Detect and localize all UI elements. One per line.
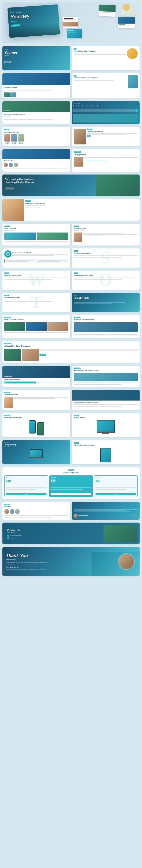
page-wrapper: 01 Your Location Yourney Explore Now (0, 0, 142, 579)
weakness-slide: W SWOT Weakness Analysis Slides (2, 271, 70, 290)
social-tw[interactable] (89, 135, 90, 137)
plan1-btn[interactable]: Choose (6, 493, 47, 495)
slide-row-10: W SWOT Weakness Analysis Slides O SWOT O… (2, 271, 140, 290)
contact-sub: If You Need Us (7, 532, 99, 533)
avatar-2 (9, 163, 13, 167)
slide-row-6: EXPLORE Discovering Destinations Unveili… (2, 175, 140, 196)
client-title: Our Client (4, 506, 68, 507)
slide-row-2: Find Your Location 03 Exploring the Worl… (2, 73, 140, 98)
break-tag: BREAK (74, 294, 138, 296)
team-intro-slide: TEAM Introducing Our Team (2, 127, 70, 146)
port2-img (74, 322, 138, 332)
reveal-title: Revealing Our Travel Service (25, 203, 45, 204)
adventures-slide: Adventures Adventures Across Continents … (2, 101, 70, 124)
subscribe-input[interactable] (73, 109, 134, 112)
pricing-tag: PRICING (68, 469, 74, 471)
tablet-mockup-slide: MOCKUP Tablet Mobile Website Mockup (72, 440, 140, 464)
highlights-img (74, 373, 138, 381)
yourney-slide: TRAVEL Yourney Adventure Awaits You Expl… (2, 46, 70, 70)
slide-row-18: PRICING Our Pricing Plan Basic $10 /mont… (2, 467, 140, 499)
subscribe-title: Subscribe to know the latest news from u… (73, 105, 138, 107)
slide-row-4: TEAM Introducing Our Team (2, 127, 140, 146)
slide2-tag: 02 (74, 48, 77, 50)
port1-title: Portfolio of Global Adventure (4, 319, 68, 321)
phone-mockup-1 (29, 420, 36, 434)
plan3-price: $60 (95, 479, 136, 483)
showcase-title: A Travel Portfolio Showcase (4, 345, 138, 347)
small-slide-2 (118, 17, 135, 28)
port1-img3 (48, 322, 68, 331)
discovering-slide: EXPLORE Discovering Destinations Unveili… (2, 175, 140, 196)
plan2-btn[interactable]: Choose (51, 493, 91, 495)
thank-you-title: Thank You (6, 553, 28, 558)
avatar-3 (14, 163, 18, 167)
subscribe-img (73, 114, 138, 123)
plan3-btn[interactable]: Choose (95, 493, 136, 495)
port1-img1 (4, 322, 25, 331)
slide-row-11: T SWOT Threat Analysis Slides BREAK Brea… (2, 293, 140, 312)
adventures-title: Adventures Across Continents (4, 113, 69, 115)
testimonial-avatar (74, 514, 78, 518)
slide1-title: Yourney (4, 51, 68, 54)
expert-img (74, 129, 86, 145)
contact-phone: +1 234 567 890 (7, 537, 99, 539)
find-title: Find Your Location (4, 86, 69, 88)
strength-slide: S SWOT Strength Analysis Slides (72, 248, 140, 268)
plan-basic: Basic $10 /month Choose (4, 475, 48, 497)
svc-item-1 (4, 259, 36, 263)
slide-row-14: Global Adventure Portfolio of Global Adv… (2, 366, 140, 387)
opportunity-slide: O SWOT Opportunity Analysis Slides (72, 271, 140, 290)
slide-row-20: CONTACT Contact Us If You Need Us journe… (2, 523, 140, 544)
slide-row-15: STORIES Tales of Exploration Capturing M… (2, 390, 140, 410)
pricing-title: Our Pricing Plan (4, 471, 138, 473)
client-3 (15, 509, 20, 514)
slide-row-13: SHOWCASE A Travel Portfolio Showcase Vie… (2, 341, 140, 363)
capturing-slide: Capturing Memories From Around the Globe (72, 390, 140, 410)
plan1-name: Basic (6, 477, 47, 478)
exploring-img (128, 75, 138, 88)
disc-title: Discovering Destinations Unveiling Hidde… (5, 178, 43, 184)
vacation-img (127, 48, 138, 59)
port-btn-1[interactable]: Gallery (4, 381, 36, 383)
small-slide-1 (98, 5, 116, 17)
testimonial-role (79, 516, 86, 516)
laptop-tag: MOCKUP (4, 442, 69, 443)
portfolio1-slide: PORTFOLIO Portfolio of Global Adventure (2, 315, 70, 338)
break-content: BREAK Break Slide (72, 293, 140, 312)
experience-slide: EXPERIENCE The Experience (72, 149, 140, 172)
plan3-name: Premium (95, 477, 136, 478)
plan2-period: /month (51, 483, 91, 484)
hero-accent (11, 21, 18, 22)
strength-title: Strength Analysis Slides (74, 252, 138, 254)
port-global-slide: Global Adventure Portfolio of Global Adv… (2, 366, 70, 387)
service-spectrum-slide: SERVICE Service Spectrum Meeting Diverse… (72, 224, 140, 246)
subscribe-btn[interactable]: Go (135, 109, 138, 112)
port-global-img: Global Adventure (2, 366, 70, 378)
social-fb[interactable] (87, 135, 89, 137)
exp-tag: EXPERIENCE (74, 151, 81, 153)
client-tag: CLIENTS (4, 504, 10, 505)
spectrum-title: Service Spectrum (74, 228, 138, 229)
laptop-title: Laptop Mockup (4, 444, 69, 445)
port2-item2 (106, 333, 138, 336)
port-btn-2[interactable]: Photos (36, 381, 69, 383)
showcase-img2 (22, 349, 39, 361)
plan-standard: Standard $30 /month Choose (49, 475, 93, 497)
break-title: Break Slide (74, 297, 138, 300)
mobile-title: Our Mobile Apps Mockup (4, 417, 68, 418)
team-bg (2, 149, 70, 159)
strength-tag: SWOT (74, 250, 78, 252)
laptop-mockup-slide: MOCKUP Laptop Mockup Project Plan (2, 440, 70, 464)
email-icon (7, 535, 9, 536)
reveal-tag: SERVICE (25, 200, 31, 202)
team-title: Introducing Our Team (4, 131, 68, 133)
laptop-sub: Project Plan (4, 446, 69, 447)
client-1 (4, 509, 9, 514)
contact-title: Contact Us (7, 529, 99, 532)
desktop-mockup-slide: MOCKUP Desktop Mockup (72, 413, 140, 437)
thank-you-accent (6, 559, 16, 560)
adventures-img-label: Adventures (4, 110, 10, 112)
contact-slide: CONTACT Contact Us If You Need Us journe… (2, 523, 140, 544)
contact-img (104, 525, 137, 542)
port1-tag: PORTFOLIO (4, 317, 11, 318)
